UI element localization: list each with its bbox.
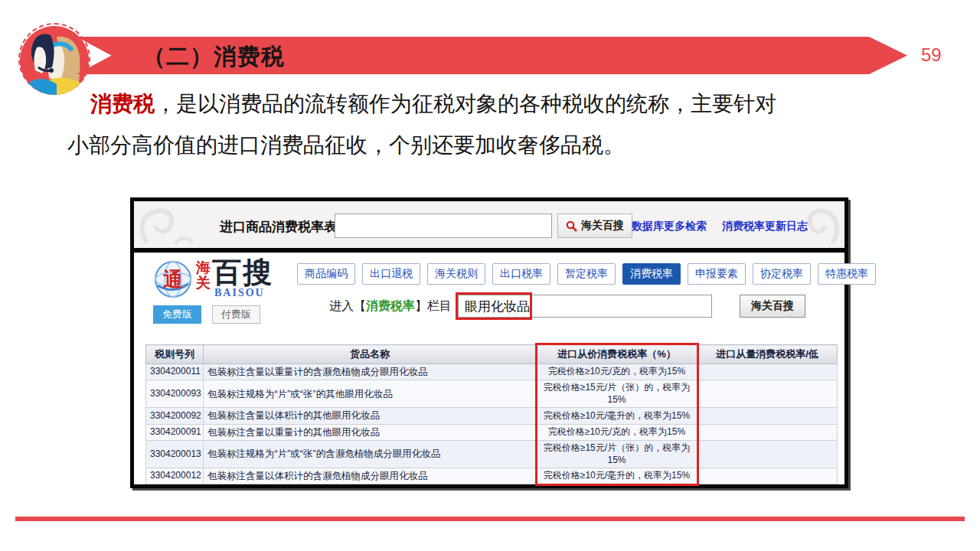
cell-code: 3304200093 xyxy=(146,380,204,408)
category-highlight: 消费税率 xyxy=(366,299,415,312)
cell-rate: 完税价格≥10元/克的，税率为15% xyxy=(537,424,697,440)
table-header-row: 税则号列货品名称进口从价消费税税率（%）进口从量消费税税率/低 xyxy=(146,345,838,364)
magnifier-icon xyxy=(566,220,577,232)
table-row: 3304200012包装标注含量以体积计的含濒危植物成分眼用化妆品完税价格≥10… xyxy=(146,468,838,484)
cell-code: 3304200092 xyxy=(146,408,204,424)
cell-name: 包装标注含量以体积计的含濒危植物成分眼用化妆品 xyxy=(204,468,537,484)
cell-rate: 完税价格≥10元/毫升的，税率为15% xyxy=(537,408,697,424)
cell-spec xyxy=(697,424,838,440)
table-row: 3304200093包装标注规格为“片”或“张”的其他眼用化妆品完税价格≥15元… xyxy=(146,380,838,408)
table-row: 3304200013包装标注规格为“片”或“张”的含濒危植物成分眼用化妆品完税价… xyxy=(146,440,838,468)
cell-code: 3304200011 xyxy=(146,364,204,380)
customer-service-avatar-icon xyxy=(17,20,93,99)
cell-spec xyxy=(697,468,838,484)
version-buttons: 免费版 付费版 xyxy=(153,305,260,324)
logo-haiguan-text: 海关 xyxy=(196,260,211,291)
column-header: 货品名称 xyxy=(204,345,537,364)
body-paragraph: 消费税，是以消费品的流转额作为征税对象的各种税收的统称，主要针对 小部分高价值的… xyxy=(67,93,890,156)
cell-spec xyxy=(697,364,838,380)
free-version-button[interactable]: 免费版 xyxy=(153,305,201,324)
topbar-search-button-label: 海关百搜 xyxy=(581,219,624,233)
table-row: 3304200011包装标注含量以重量计的含濒危植物成分眼用化妆品完税价格≥10… xyxy=(146,364,838,380)
avatar xyxy=(17,20,93,99)
column-header: 税则号列 xyxy=(146,345,204,364)
nav-tab-消费税率[interactable]: 消费税率 xyxy=(622,263,681,285)
cell-spec xyxy=(697,408,838,424)
bottom-divider xyxy=(15,517,965,521)
link-rate-update-log[interactable]: 消费税率更新日志 xyxy=(722,220,808,233)
page-title: （二）消费税 xyxy=(142,41,285,73)
nav-tab-暂定税率[interactable]: 暂定税率 xyxy=(557,263,616,285)
cell-rate: 完税价格≥15元/片（张）的，税率为15% xyxy=(537,440,697,468)
cell-name: 包装标注含量以重量计的其他眼用化妆品 xyxy=(204,424,537,440)
paragraph-line-1-rest: ，是以消费品的流转额作为征税对象的各种税收的统称，主要针对 xyxy=(155,92,776,116)
search-submit-button[interactable]: 海关百搜 xyxy=(740,295,805,318)
cell-code: 3304200091 xyxy=(146,424,204,440)
rates-table: 税则号列货品名称进口从价消费税税率（%）进口从量消费税税率/低 33042000… xyxy=(145,344,838,484)
table-row: 3304200092包装标注含量以体积计的其他眼用化妆品完税价格≥10元/毫升的… xyxy=(146,408,838,424)
site-topbar: 进口商品消费税率表 海关百搜 数据库更多检索 消费税率更新日志 xyxy=(134,201,844,253)
site-main: 通 海关 百搜 BAISOU 免费版 付费版 商品编码出口退税海关税则出口税率暂… xyxy=(134,253,844,480)
cell-rate: 完税价格≥10元/克的，税率为15% xyxy=(537,364,697,380)
cell-name: 包装标注含量以体积计的其他眼用化妆品 xyxy=(204,408,537,424)
topbar-links: 数据库更多检索 消费税率更新日志 xyxy=(632,220,808,233)
nav-tab-出口税率[interactable]: 出口税率 xyxy=(492,263,550,285)
column-header: 进口从价消费税税率（%） xyxy=(537,345,697,364)
slide: （二）消费税 59 消费税，是以消费品的流转额作为征税对象的各种税收的统称，主要… xyxy=(0,0,980,551)
cell-code: 3304200012 xyxy=(146,468,204,484)
topbar-search-button[interactable]: 海关百搜 xyxy=(557,214,632,238)
paragraph-line-1: 消费税，是以消费品的流转额作为征税对象的各种税收的统称，主要针对 xyxy=(67,93,890,115)
nav-tab-商品编码[interactable]: 商品编码 xyxy=(297,263,355,285)
nav-tab-特惠税率[interactable]: 特惠税率 xyxy=(818,263,876,285)
link-database-more-search[interactable]: 数据库更多检索 xyxy=(632,220,707,233)
category-search-row: 进入【消费税率】栏目 海关百搜 xyxy=(329,295,805,318)
cell-spec xyxy=(697,380,838,408)
cell-name: 包装标注含量以重量计的含濒危植物成分眼用化妆品 xyxy=(204,364,537,380)
nav-tab-海关税则[interactable]: 海关税则 xyxy=(427,263,485,285)
logo-baisou-latin: BAISOU xyxy=(214,287,265,299)
globe-seal-icon: 通 xyxy=(153,259,193,299)
rates-table-body: 3304200011包装标注含量以重量计的含濒危植物成分眼用化妆品完税价格≥10… xyxy=(146,364,838,484)
enter-label: 进入【消费税率】栏目 xyxy=(329,298,452,315)
keyword-input[interactable] xyxy=(458,295,712,318)
topbar-title: 进口商品消费税率表 xyxy=(220,218,337,236)
nav-tab-协定税率[interactable]: 协定税率 xyxy=(753,263,811,285)
cell-code: 3304200013 xyxy=(146,440,204,468)
nav-tabs: 商品编码出口退税海关税则出口税率暂定税率消费税率申报要素协定税率特惠税率 xyxy=(297,263,876,285)
topbar-search-input[interactable] xyxy=(335,214,552,238)
nav-tab-申报要素[interactable]: 申报要素 xyxy=(688,263,746,285)
nav-tab-出口退税[interactable]: 出口退税 xyxy=(362,263,420,285)
cell-rate: 完税价格≥10元/毫升的，税率为15% xyxy=(537,468,697,484)
paragraph-line-2: 小部分高价值的进口消费品征收，个别还要加收奢侈品税。 xyxy=(67,135,890,156)
keyword-lead: 消费税 xyxy=(90,92,155,116)
svg-text:通: 通 xyxy=(162,269,183,291)
website-screenshot-frame: 进口商品消费税率表 海关百搜 数据库更多检索 消费税率更新日志 xyxy=(130,197,848,488)
paid-version-button[interactable]: 付费版 xyxy=(212,305,260,324)
column-header: 进口从量消费税税率/低 xyxy=(697,345,838,364)
floral-decoration-icon xyxy=(137,203,206,250)
cell-spec xyxy=(697,440,838,468)
baisou-logo: 通 海关 百搜 BAISOU 免费版 付费版 xyxy=(153,259,283,330)
table-row: 3304200091包装标注含量以重量计的其他眼用化妆品完税价格≥10元/克的，… xyxy=(146,424,838,440)
cell-name: 包装标注规格为“片”或“张”的含濒危植物成分眼用化妆品 xyxy=(204,440,537,468)
cell-rate: 完税价格≥15元/片（张）的，税率为15% xyxy=(537,380,697,408)
cell-name: 包装标注规格为“片”或“张”的其他眼用化妆品 xyxy=(204,380,537,408)
page-number: 59 xyxy=(921,44,942,66)
